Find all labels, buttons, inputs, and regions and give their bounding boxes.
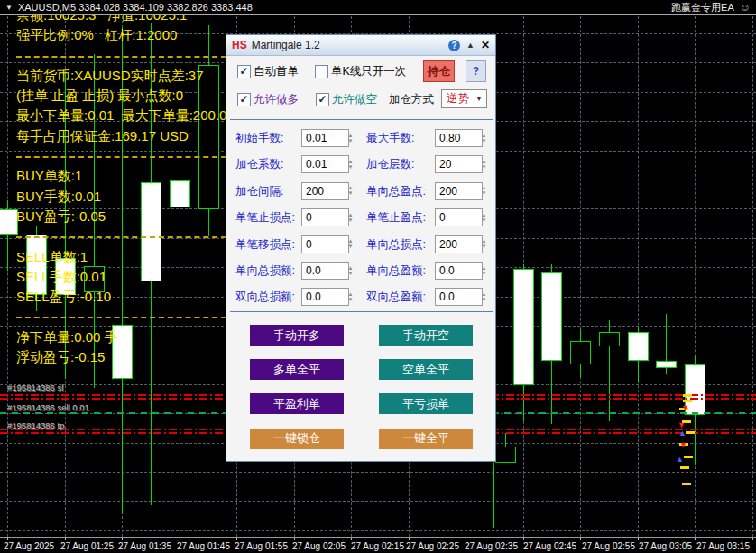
ea-panel: HS Martingale 1.2 ? ▲ ✕ 持仓 ? 加仓方式 逆势 ▼ ✓… (226, 34, 496, 462)
trade-marker-dash (683, 400, 692, 402)
gridline-horizontal (0, 501, 756, 502)
add-mode-label: 加仓方式 (389, 92, 434, 107)
gridline-vertical (580, 16, 581, 537)
close-profit-orders-button[interactable]: 平盈利单 (250, 393, 344, 414)
order-label: #195814386 sl (7, 382, 63, 392)
add-mode-value: 逆势 (442, 91, 475, 106)
time-label: 27 Aug 01:35 (118, 541, 171, 551)
add-mode-select[interactable]: 逆势 ▼ (441, 89, 487, 108)
time-label: 27 Aug 2025 (4, 541, 54, 551)
field-label-per-trail-points: 单笔移损点: (235, 237, 295, 253)
spinner-side-loss-amount[interactable]: ▲▼ (346, 262, 355, 280)
close-icon[interactable]: ✕ (481, 39, 490, 51)
axis-tick (409, 538, 410, 540)
close-everything-button[interactable]: 一键全平 (379, 429, 473, 449)
input-side-profit-amount[interactable] (435, 262, 483, 280)
close-loss-orders-button[interactable]: 平亏损单 (379, 393, 473, 414)
input-both-profit-amount[interactable] (435, 288, 483, 306)
candle-body (541, 272, 562, 361)
order-label: #195814386 tp (7, 420, 64, 430)
time-label: 27 Aug 02:45 (523, 541, 576, 551)
input-both-loss-amount[interactable] (301, 288, 349, 306)
chart-dropdown-icon[interactable]: ▼ (5, 4, 13, 12)
axis-tick (236, 538, 237, 540)
input-max-lots[interactable] (435, 129, 483, 147)
spinner-both-loss-amount[interactable]: ▲▼ (346, 288, 355, 306)
input-side-sl-points[interactable] (435, 235, 483, 253)
time-label: 27 Aug 02:25 (406, 541, 459, 551)
spinner-per-tp-points[interactable]: ▲▼ (479, 208, 489, 226)
lock-all-button[interactable]: 一键锁仓 (250, 429, 344, 449)
input-add-factor[interactable] (301, 155, 349, 173)
checkbox-label-single-kline-once: 单K线只开一次 (331, 64, 406, 79)
field-label-max-lots: 最大手数: (366, 131, 414, 146)
time-label: 27 Aug 02:55 (582, 541, 635, 551)
hold-positions-button[interactable]: 持仓 (423, 60, 455, 82)
input-side-tp-points[interactable] (435, 182, 483, 200)
trade-marker-dash (686, 431, 695, 434)
time-label: 27 Aug 01:55 (235, 541, 288, 551)
order-label: #195814386 sell 0.01 (7, 402, 89, 412)
time-label: 27 Aug 01:25 (60, 541, 114, 551)
axis-tick (294, 538, 295, 540)
axis-tick (180, 538, 180, 540)
spinner-add-interval[interactable]: ▲▼ (346, 182, 355, 200)
input-add-interval[interactable] (301, 182, 349, 200)
spinner-both-profit-amount[interactable]: ▲▼ (479, 288, 489, 306)
spinner-side-sl-points[interactable]: ▲▼ (479, 235, 489, 253)
time-label: 27 Aug 03:15 (696, 541, 750, 551)
field-label-add-factor: 加仓系数: (235, 157, 283, 172)
collapse-icon[interactable]: ▲ (466, 41, 475, 50)
field-label-add-interval: 加仓间隔: (235, 184, 283, 199)
checkbox-auto-first-order[interactable]: ✓ (237, 65, 251, 78)
candle-wick (466, 462, 466, 523)
spinner-add-factor[interactable]: ▲▼ (346, 155, 355, 173)
close-all-sells-button[interactable]: 空单全平 (379, 359, 473, 380)
time-axis[interactable]: 27 Aug 202527 Aug 01:2527 Aug 01:3527 Au… (0, 537, 756, 553)
input-per-trail-points[interactable] (301, 235, 349, 253)
spinner-side-tp-points[interactable]: ▲▼ (479, 182, 489, 200)
mt4-terminal: ▼ XAUUSD,M5 3384.028 3384.109 3382.826 3… (0, 0, 756, 553)
checkbox-single-kline-once[interactable] (315, 65, 328, 78)
separator (230, 119, 493, 120)
input-side-loss-amount[interactable] (301, 262, 349, 280)
input-per-sl-points[interactable] (301, 208, 349, 226)
field-label-per-sl-points: 单笔止损点: (235, 210, 295, 226)
chart-title-bar: ▼ XAUUSD,M5 3384.028 3384.109 3382.826 3… (0, 0, 756, 15)
close-all-buys-button[interactable]: 多单全平 (250, 359, 344, 380)
axis-tick (7, 538, 8, 540)
question-button[interactable]: ? (466, 60, 486, 82)
input-per-tp-points[interactable] (435, 208, 483, 226)
help-icon[interactable]: ? (448, 40, 460, 51)
time-label: 27 Aug 02:05 (292, 541, 346, 551)
panel-title-bar[interactable]: HS Martingale 1.2 ? ▲ ✕ (226, 35, 495, 56)
axis-tick (122, 538, 123, 540)
chevron-down-icon[interactable]: ▼ (475, 95, 486, 103)
axis-tick (752, 538, 753, 540)
chart-ohlc-title: XAUUSD,M5 3384.028 3384.109 3382.826 338… (18, 2, 253, 13)
checkbox-allow-buy[interactable]: ✓ (237, 93, 251, 106)
axis-tick (580, 538, 581, 540)
spinner-max-lots[interactable]: ▲▼ (479, 129, 489, 147)
input-add-layers[interactable] (435, 155, 483, 173)
manual-buy-button[interactable]: 手动开多 (250, 325, 344, 346)
spinner-side-profit-amount[interactable]: ▲▼ (479, 262, 489, 280)
time-label: 27 Aug 02:15 (351, 541, 404, 551)
spinner-per-trail-points[interactable]: ▲▼ (346, 235, 355, 253)
trade-marker-dash (683, 394, 692, 397)
spinner-initial-lots[interactable]: ▲▼ (346, 129, 355, 147)
candle-body (570, 341, 591, 364)
candle-wick (493, 460, 494, 528)
input-initial-lots[interactable] (301, 129, 349, 147)
checkbox-allow-sell[interactable]: ✓ (316, 93, 329, 106)
field-label-initial-lots: 初始手数: (235, 131, 283, 146)
spinner-per-sl-points[interactable]: ▲▼ (346, 208, 355, 226)
spinner-add-layers[interactable]: ▲▼ (479, 155, 489, 173)
time-label: 27 Aug 01:45 (177, 541, 230, 551)
candle-body (628, 332, 649, 361)
candle-body (0, 209, 18, 235)
manual-sell-button[interactable]: 手动开空 (379, 325, 473, 346)
field-label-side-profit-amount: 单向总盈额: (366, 263, 426, 279)
gridline-horizontal (0, 530, 756, 531)
trade-marker-dash (680, 466, 689, 469)
